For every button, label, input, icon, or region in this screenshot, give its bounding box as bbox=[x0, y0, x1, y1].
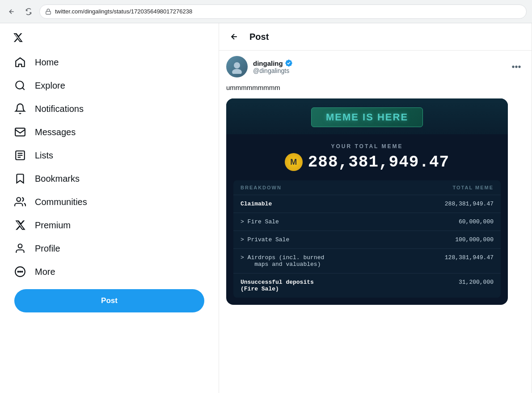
meme-total-amount: 288,381,949.47 bbox=[308, 153, 449, 171]
url-text: twitter.com/dingalingts/status/172035649… bbox=[55, 8, 192, 15]
sidebar-item-premium[interactable]: Premium bbox=[7, 214, 211, 236]
breakdown-value-firesale: 60,000,000 bbox=[431, 218, 494, 225]
meme-total-section: YOUR TOTAL MEME M 288,381,949.47 bbox=[226, 134, 508, 180]
sidebar-label-premium: Premium bbox=[35, 220, 71, 231]
sidebar-item-notifications[interactable]: Notifications bbox=[7, 98, 211, 120]
messages-icon bbox=[14, 126, 26, 138]
sidebar-label-home: Home bbox=[35, 57, 59, 68]
meme-breakdown-table: BREAKDOWN TOTAL MEME Claimable 288,381,9… bbox=[233, 180, 501, 298]
post-button[interactable]: Post bbox=[14, 289, 204, 312]
post-header: Post bbox=[219, 23, 532, 51]
sidebar-label-notifications: Notifications bbox=[35, 104, 84, 114]
svg-point-5 bbox=[18, 244, 22, 248]
breakdown-value-claimable: 288,381,949.47 bbox=[431, 201, 494, 207]
meme-amount-row: M 288,381,949.47 bbox=[237, 153, 497, 171]
more-icon bbox=[14, 266, 26, 278]
profile-icon bbox=[14, 243, 26, 254]
breakdown-name-privatesale: > Private Sale bbox=[241, 236, 431, 243]
tweet-container: dingaling @dingalingts ••• umm bbox=[219, 51, 532, 310]
tweet-author-row: dingaling @dingalingts ••• bbox=[226, 56, 524, 77]
bookmarks-icon bbox=[14, 173, 26, 184]
tweet-text: ummmmmmmmm bbox=[226, 83, 524, 93]
svg-point-1 bbox=[16, 81, 23, 89]
post-header-title: Post bbox=[249, 32, 269, 42]
x-logo[interactable] bbox=[7, 27, 29, 48]
breakdown-name-unsuccessful: Unsuccessful deposits(Fire Sale) bbox=[241, 279, 431, 292]
sidebar-item-lists[interactable]: Lists bbox=[7, 144, 211, 167]
sidebar-item-communities[interactable]: Communities bbox=[7, 191, 211, 213]
breakdown-col2-header: TOTAL MEME bbox=[431, 185, 494, 190]
sidebar: Home Explore Notifications bbox=[0, 23, 219, 393]
breakdown-row-airdrops: > Airdrops (incl. burned maps and valuab… bbox=[233, 249, 501, 273]
breakdown-value-privatesale: 100,000,000 bbox=[431, 236, 494, 243]
svg-point-7 bbox=[18, 271, 19, 272]
content-area: Post dingaling bbox=[219, 23, 532, 393]
sidebar-item-more[interactable]: More bbox=[7, 261, 211, 283]
svg-point-9 bbox=[21, 271, 22, 272]
refresh-button[interactable] bbox=[22, 5, 35, 18]
meme-total-label: YOUR TOTAL MEME bbox=[237, 143, 497, 150]
svg-point-8 bbox=[20, 271, 21, 272]
sidebar-label-messages: Messages bbox=[35, 127, 76, 137]
svg-point-10 bbox=[234, 62, 240, 68]
tweet-more-options[interactable]: ••• bbox=[508, 59, 524, 75]
premium-icon bbox=[14, 219, 26, 231]
author-details: dingaling @dingalingts bbox=[253, 59, 293, 74]
sidebar-label-more: More bbox=[35, 267, 55, 277]
avatar[interactable] bbox=[226, 56, 248, 77]
breakdown-value-airdrops: 128,381,949.47 bbox=[431, 254, 494, 261]
breakdown-row-unsuccessful: Unsuccessful deposits(Fire Sale) 31,200,… bbox=[233, 273, 501, 298]
sidebar-label-explore: Explore bbox=[35, 81, 65, 91]
sidebar-label-communities: Communities bbox=[35, 197, 87, 207]
sidebar-label-lists: Lists bbox=[35, 150, 53, 161]
sidebar-item-bookmarks[interactable]: Bookmarks bbox=[7, 167, 211, 190]
breakdown-name-airdrops: > Airdrops (incl. burned maps and valuab… bbox=[241, 254, 431, 268]
verified-badge bbox=[285, 59, 293, 67]
back-button[interactable] bbox=[5, 5, 18, 18]
breakdown-row-firesale: > Fire Sale 60,000,000 bbox=[233, 213, 501, 231]
sidebar-item-home[interactable]: Home bbox=[7, 51, 211, 73]
svg-rect-2 bbox=[15, 128, 25, 136]
breakdown-name-firesale: > Fire Sale bbox=[241, 218, 431, 225]
breakdown-row-privatesale: > Private Sale 100,000,000 bbox=[233, 231, 501, 249]
browser-chrome: twitter.com/dingalingts/status/172035649… bbox=[0, 0, 532, 23]
meme-card-header: MEME IS HERE bbox=[226, 98, 508, 134]
author-name-row: dingaling bbox=[253, 59, 293, 67]
tweet-author-info: dingaling @dingalingts bbox=[226, 56, 293, 77]
author-handle: @dingalingts bbox=[253, 67, 293, 74]
home-icon bbox=[14, 56, 26, 68]
svg-point-11 bbox=[232, 69, 242, 74]
meme-coin-icon: M bbox=[285, 153, 303, 171]
notifications-icon bbox=[14, 103, 26, 115]
meme-title-badge: MEME IS HERE bbox=[311, 107, 423, 127]
breakdown-row-claimable: Claimable 288,381,949.47 bbox=[233, 195, 501, 213]
security-icon bbox=[45, 9, 51, 15]
sidebar-label-bookmarks: Bookmarks bbox=[35, 174, 80, 184]
sidebar-item-explore[interactable]: Explore bbox=[7, 74, 211, 97]
svg-rect-0 bbox=[46, 11, 51, 14]
sidebar-item-messages[interactable]: Messages bbox=[7, 121, 211, 143]
meme-card: MEME IS HERE YOUR TOTAL MEME M 288,381,9… bbox=[226, 98, 508, 305]
svg-point-4 bbox=[17, 197, 21, 201]
back-to-timeline[interactable] bbox=[226, 29, 242, 45]
author-name: dingaling bbox=[253, 60, 283, 67]
communities-icon bbox=[14, 196, 26, 208]
breakdown-header: BREAKDOWN TOTAL MEME bbox=[233, 180, 501, 195]
main-layout: Home Explore Notifications bbox=[0, 23, 532, 393]
explore-icon bbox=[14, 80, 26, 91]
sidebar-item-profile[interactable]: Profile bbox=[7, 237, 211, 260]
breakdown-value-unsuccessful: 31,200,000 bbox=[431, 279, 494, 286]
lists-icon bbox=[14, 150, 26, 161]
breakdown-col1-header: BREAKDOWN bbox=[241, 185, 431, 190]
sidebar-label-profile: Profile bbox=[35, 243, 60, 254]
breakdown-name-claimable: Claimable bbox=[241, 201, 431, 207]
address-bar[interactable]: twitter.com/dingalingts/status/172035649… bbox=[39, 4, 527, 19]
